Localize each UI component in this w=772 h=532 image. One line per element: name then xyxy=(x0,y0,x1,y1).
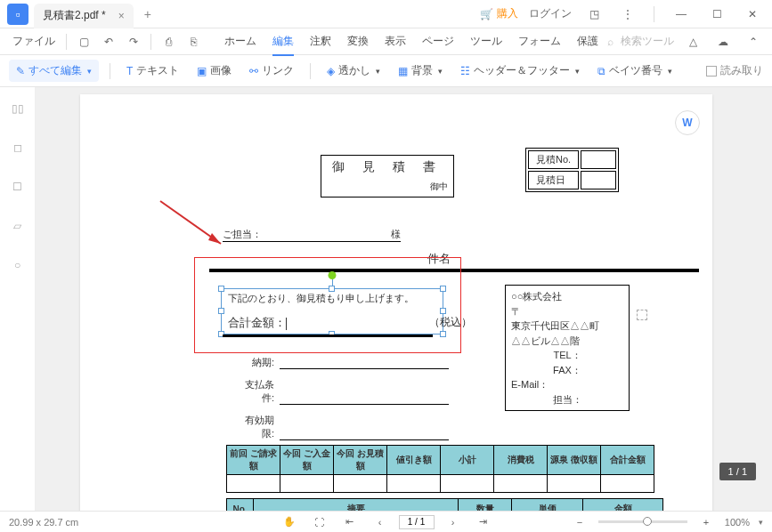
svg-marker-1 xyxy=(208,233,221,244)
redo-icon[interactable]: ↷ xyxy=(122,30,145,53)
total-text[interactable]: 合計金額： xyxy=(228,315,287,331)
left-rail: ▯▯ ◻ ☐ ▱ ○ xyxy=(0,87,36,511)
last-page-icon[interactable]: ⇥ xyxy=(472,511,495,533)
divider xyxy=(310,63,311,79)
tab-page[interactable]: ページ xyxy=(422,28,454,54)
resize-handle-nw[interactable] xyxy=(218,286,224,292)
tab-home[interactable]: ホーム xyxy=(224,28,256,54)
chevron-down-icon: ▾ xyxy=(376,67,380,76)
chevron-down-icon: ▾ xyxy=(575,67,580,76)
summary-table: 前回 ご請求額 今回 ご入金額 今回 お見積額 値引き額 小計 消費税 源泉 徴… xyxy=(226,445,654,493)
text-icon: T xyxy=(126,65,133,77)
company-info-box: ○○株式会社 〒 東京千代田区△△町 △△ビル△△階 TEL： FAX： E-M… xyxy=(505,285,630,411)
open-icon[interactable]: ▢ xyxy=(72,30,95,53)
total-underline xyxy=(223,335,433,337)
search-icon[interactable]: ⌕ xyxy=(607,36,614,48)
collapse-ribbon-icon[interactable]: ⌃ xyxy=(742,30,765,53)
header-footer-icon: ☷ xyxy=(460,65,470,77)
zoom-slider[interactable] xyxy=(598,520,687,523)
pencil-icon: ✎ xyxy=(16,65,25,77)
intro-text[interactable]: 下記のとおり、御見積もり申し上げます。 xyxy=(228,292,414,305)
zoom-out-icon[interactable]: − xyxy=(568,511,591,533)
image-icon: ▣ xyxy=(197,65,207,77)
resize-handle-ne[interactable] xyxy=(440,286,446,292)
doc-title-box: 御 見 積 書 御中 xyxy=(321,155,454,197)
maximize-button[interactable]: ☐ xyxy=(704,2,729,27)
share-icon[interactable]: △ xyxy=(681,30,704,53)
close-window-button[interactable]: ✕ xyxy=(740,2,765,27)
resize-handle-se[interactable] xyxy=(440,331,446,337)
readonly-toggle[interactable]: 読み取り xyxy=(706,63,763,78)
prev-page-icon[interactable]: ‹ xyxy=(369,511,392,533)
tab-protect[interactable]: 保護 xyxy=(577,28,598,54)
chevron-down-icon[interactable]: ▾ xyxy=(759,518,763,527)
background-button[interactable]: ▦背景▾ xyxy=(393,60,448,82)
bates-icon: ⧉ xyxy=(597,65,605,77)
chevron-down-icon: ▾ xyxy=(438,67,443,76)
zoom-controls: − + 100% ▾ xyxy=(568,511,763,533)
divider xyxy=(110,63,110,79)
tab-filename: 見積書2.pdf * xyxy=(43,8,106,23)
resize-handle-e[interactable] xyxy=(440,308,446,314)
add-text-button[interactable]: Tテキスト xyxy=(121,60,184,82)
edit-all-button[interactable]: ✎ すべて編集 ▾ xyxy=(9,60,99,82)
annotation-arrow xyxy=(151,192,232,254)
page-dimensions: 20.99 x 29.7 cm xyxy=(9,517,78,528)
document-tab[interactable]: 見積書2.pdf * × xyxy=(34,4,134,28)
close-tab-icon[interactable]: × xyxy=(118,10,125,22)
text-cursor xyxy=(286,318,287,330)
attachment-icon[interactable]: ▱ xyxy=(7,215,28,237)
chevron-down-icon: ▾ xyxy=(87,67,92,76)
new-tab-button[interactable]: + xyxy=(144,7,151,21)
file-menu[interactable]: ファイル xyxy=(7,34,61,49)
bookmark-icon[interactable]: ◻ xyxy=(7,137,28,158)
tab-edit[interactable]: 編集 xyxy=(272,28,294,54)
fit-page-icon[interactable]: ⛶ xyxy=(308,511,331,533)
ribbon-tabs: ホーム 編集 注釈 変換 表示 ページ ツール フォーム 保護 xyxy=(224,28,598,54)
tab-view[interactable]: 表示 xyxy=(385,28,406,54)
watermark-button[interactable]: ◈透かし▾ xyxy=(321,60,386,82)
add-image-button[interactable]: ▣画像 xyxy=(191,60,237,82)
page-indicator[interactable]: 1 / 1 xyxy=(719,463,756,480)
next-page-icon[interactable]: › xyxy=(442,511,465,533)
resize-handle-w[interactable] xyxy=(218,308,224,314)
doc-title: 御 見 積 書 xyxy=(327,159,448,175)
page-input[interactable] xyxy=(399,515,435,529)
zoom-thumb[interactable] xyxy=(643,517,652,526)
tab-form[interactable]: フォーム xyxy=(518,28,561,54)
save-icon[interactable]: ⎙ xyxy=(157,30,180,53)
hand-tool-icon[interactable]: ✋ xyxy=(278,511,301,533)
undo-icon[interactable]: ↶ xyxy=(97,30,120,53)
minimize-button[interactable]: — xyxy=(669,2,694,27)
kebab-menu-icon[interactable]: ⋮ xyxy=(616,3,639,26)
add-link-button[interactable]: ⚯リンク xyxy=(244,60,299,82)
login-link[interactable]: ログイン xyxy=(529,6,572,21)
tab-convert[interactable]: 変換 xyxy=(347,28,369,54)
contact-line: ご担当： 様 xyxy=(223,228,401,242)
tab-comment[interactable]: 注釈 xyxy=(310,28,331,54)
pdf-page[interactable]: W 御 見 積 書 御中 見積No. 見積日 ご担当： 様 件名 xyxy=(80,94,712,511)
zoom-in-icon[interactable]: + xyxy=(695,511,718,533)
first-page-icon[interactable]: ⇤ xyxy=(338,511,362,533)
zoom-value[interactable]: 100% xyxy=(725,517,750,528)
main-area: ▯▯ ◻ ☐ ▱ ○ W 御 見 積 書 御中 見積No. 見積日 xyxy=(0,87,772,511)
divider xyxy=(66,34,67,50)
cloud-icon[interactable]: ☁ xyxy=(711,30,735,53)
resize-handle-n[interactable] xyxy=(329,286,335,292)
page-navigation: ✋ ⛶ ⇤ ‹ › ⇥ xyxy=(278,511,495,533)
canvas[interactable]: W 御 見 積 書 御中 見積No. 見積日 ご担当： 様 件名 xyxy=(36,87,772,511)
tab-tool[interactable]: ツール xyxy=(470,28,502,54)
print-icon[interactable]: ⎘ xyxy=(182,30,205,53)
search-rail-icon[interactable]: ○ xyxy=(7,254,28,276)
rotation-handle[interactable] xyxy=(329,271,337,279)
checkbox-icon xyxy=(706,66,717,77)
buy-link[interactable]: 🛒 購入 xyxy=(480,6,518,21)
word-export-badge[interactable]: W xyxy=(675,110,700,135)
header-footer-button[interactable]: ☷ヘッダー＆フッター▾ xyxy=(455,60,585,82)
comment-icon[interactable]: ☐ xyxy=(7,176,28,197)
thumbnails-icon[interactable]: ▯▯ xyxy=(7,98,28,119)
notification-icon[interactable]: ◳ xyxy=(582,3,605,26)
search-tool-label[interactable]: 検索ツール xyxy=(621,34,674,49)
seal-placeholder xyxy=(637,310,647,320)
bates-button[interactable]: ⧉ベイツ番号▾ xyxy=(592,60,678,82)
